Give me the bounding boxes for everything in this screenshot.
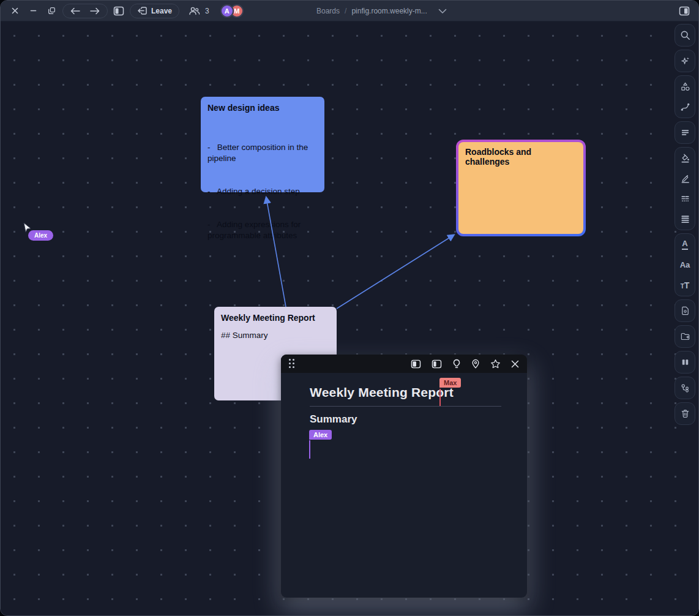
title-divider (310, 406, 501, 407)
modal-header (281, 355, 527, 373)
tool-mindmap[interactable] (675, 378, 695, 398)
document-icon (680, 306, 690, 316)
leave-button[interactable]: Leave (130, 4, 179, 18)
star-icon (490, 359, 501, 369)
sticky-note-roadblocks[interactable]: Roadblocks and challenges (458, 142, 583, 234)
shapes-icon (680, 81, 690, 92)
remote-cursor-alex: Alex (309, 430, 332, 440)
document-heading[interactable]: Summary (310, 413, 357, 426)
tool-text-color[interactable]: A (675, 235, 695, 255)
note-title: New design ideas (207, 103, 318, 113)
lightbulb-icon (452, 359, 461, 369)
minimize-icon (30, 7, 37, 14)
add-folder-icon (680, 331, 690, 342)
panel-left-alt-icon (432, 359, 442, 369)
nav-group (62, 4, 108, 18)
avatar[interactable]: A (220, 4, 234, 18)
breadcrumb[interactable]: Boards / pinfig.room.weekly-m... (316, 1, 447, 21)
trash-icon (680, 408, 690, 419)
dock-left-narrow-button[interactable] (432, 359, 442, 369)
note-bullet: - Adding expressions for programmable at… (207, 219, 318, 241)
ideas-button[interactable] (452, 359, 461, 369)
avatar-stack: A M (220, 4, 244, 18)
tool-text-size[interactable]: TT (675, 275, 695, 295)
thick-lines-icon (680, 214, 690, 224)
pen-icon (680, 173, 690, 184)
close-modal-button[interactable] (511, 360, 519, 368)
tool-sticky-note[interactable] (675, 122, 695, 143)
tool-shapes[interactable] (675, 77, 695, 97)
table-rows-icon (680, 193, 690, 204)
tool-columns[interactable] (675, 352, 695, 372)
tool-connector[interactable] (675, 97, 695, 117)
document-title[interactable]: Weekly Meeting Report (310, 385, 454, 400)
tool-trash[interactable] (675, 404, 695, 424)
toggle-right-panel-button[interactable] (678, 4, 691, 18)
tool-rail: A Aa TT (675, 24, 695, 425)
breadcrumb-current[interactable]: pinfig.room.weekly-m... (351, 7, 427, 15)
drag-handle[interactable] (289, 359, 295, 369)
sticky-note-new-design-ideas[interactable]: New design ideas - Better composition in… (201, 97, 324, 192)
note-lines-icon (680, 127, 690, 138)
breadcrumb-separator: / (345, 7, 346, 15)
panel-left-icon (113, 6, 124, 16)
breadcrumb-root[interactable]: Boards (316, 7, 340, 15)
back-button[interactable] (69, 4, 82, 18)
note-bullet: - Adding a decision step (207, 186, 318, 197)
location-pin-icon (471, 359, 480, 369)
avatar-initial: M (234, 7, 239, 15)
restore-window-button[interactable] (45, 4, 58, 18)
search-icon (680, 30, 690, 40)
note-body: ## Summary (221, 330, 330, 341)
mindmap-icon (680, 383, 690, 393)
tool-document[interactable] (675, 301, 695, 321)
columns-icon (680, 357, 690, 367)
tool-add-folder[interactable] (675, 326, 695, 347)
restore-icon (47, 6, 56, 15)
sticky-note-roadblocks-selection: Roadblocks and challenges (456, 140, 586, 236)
tool-ai-sparkle[interactable] (675, 51, 695, 71)
chevron-down-icon[interactable] (438, 9, 447, 14)
minimize-window-button[interactable] (26, 4, 40, 18)
remote-caret-max (439, 389, 441, 406)
locate-button[interactable] (471, 359, 480, 369)
panel-left-icon (411, 359, 421, 369)
avatar-initial: A (225, 7, 230, 15)
collaborator-cursor-alex: Alex (23, 222, 32, 233)
participants[interactable]: 3 (189, 6, 209, 15)
leave-button-label: Leave (151, 7, 172, 15)
favorite-button[interactable] (490, 359, 501, 369)
close-icon (12, 7, 18, 14)
titlebar: Leave 3 A M Boards / pinfig.room.weekly-… (1, 1, 698, 21)
tool-pen[interactable] (675, 168, 695, 189)
tool-table[interactable] (675, 189, 695, 209)
tool-font[interactable]: Aa (675, 255, 695, 275)
paint-bucket-icon (680, 153, 690, 163)
tool-lines[interactable] (675, 209, 695, 229)
toggle-left-panel-button[interactable] (112, 4, 125, 18)
document-modal: Weekly Meeting Report Max Summary Alex (281, 355, 527, 598)
text-size-icon: TT (681, 281, 690, 290)
tool-search[interactable] (675, 25, 695, 45)
note-title: Weekly Meeting Report (221, 313, 330, 323)
leave-icon (137, 6, 148, 15)
panel-right-icon (679, 6, 690, 16)
close-icon (511, 360, 519, 368)
dock-left-button[interactable] (411, 359, 421, 369)
note-bullet: - Better composition in the pipeline (207, 142, 318, 164)
connector-line-icon (680, 102, 690, 112)
tool-fill-color[interactable] (675, 148, 695, 168)
back-arrow-icon (70, 7, 80, 15)
forward-arrow-icon (90, 7, 100, 15)
sparkle-icon (680, 56, 690, 66)
forward-button[interactable] (88, 4, 102, 18)
cursor-name-label: Alex (28, 230, 53, 241)
note-title: Roadblocks and challenges (465, 147, 577, 167)
remote-cursor-max: Max (439, 378, 461, 388)
close-window-button[interactable] (8, 4, 21, 18)
participant-count: 3 (205, 7, 209, 15)
font-icon: Aa (680, 261, 690, 269)
people-icon (189, 6, 200, 15)
remote-caret-alex (309, 440, 310, 459)
app-window: Leave 3 A M Boards / pinfig.room.weekly-… (0, 0, 699, 616)
